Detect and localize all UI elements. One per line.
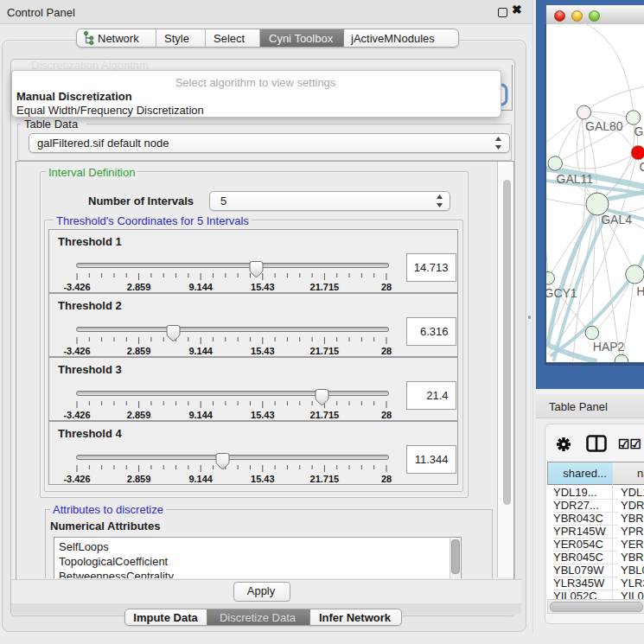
svg-text:GA: GA — [634, 124, 644, 138]
svg-text:GAL11: GAL11 — [557, 172, 594, 186]
svg-text:GCY1: GCY1 — [546, 286, 577, 300]
svg-text:GAL4: GAL4 — [601, 213, 632, 226]
svg-text:H: H — [636, 284, 644, 298]
svg-text:C: C — [640, 160, 644, 174]
svg-text:HAP2: HAP2 — [593, 340, 625, 354]
svg-text:GAL80: GAL80 — [585, 119, 623, 133]
